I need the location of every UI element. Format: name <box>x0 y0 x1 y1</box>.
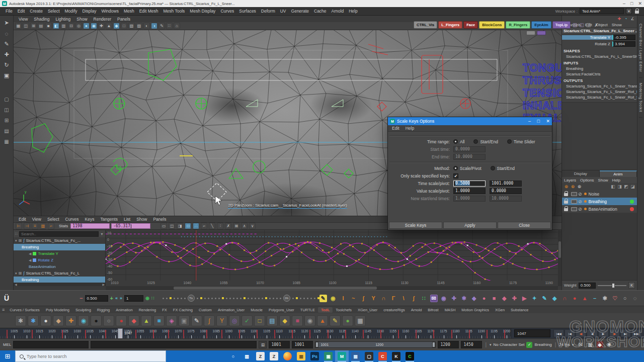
layer-move-3-icon[interactable]: ◪ <box>630 184 635 190</box>
anim-start-field[interactable]: 1001 <box>269 341 290 348</box>
graph-horizontal-scrollbar[interactable] <box>106 286 558 290</box>
menu-show[interactable]: Show <box>610 23 624 27</box>
shelf-icon-27[interactable]: ▦ <box>355 315 366 326</box>
move-tool[interactable]: ✚ <box>2 50 12 59</box>
menu-display[interactable]: Display <box>80 8 99 14</box>
shelf-tab-muscle[interactable]: Muscle <box>248 307 266 313</box>
shelf-icon-1[interactable]: ✱ <box>28 315 39 326</box>
menu-renderer[interactable]: Renderer <box>91 17 114 22</box>
control-curve-circle-bottom[interactable] <box>253 161 265 173</box>
shelf-tab-polygons-user[interactable]: Polygons_User <box>266 307 297 313</box>
layout-preset-3[interactable]: ▤ <box>2 126 12 136</box>
graph-tool-4-icon[interactable]: ⌐ <box>48 223 54 229</box>
stats-value-field[interactable]: -65.317 <box>111 223 150 229</box>
time-range-option-time-slider[interactable]: Time Slider <box>507 139 535 144</box>
shelf-icon-22[interactable]: ■ <box>292 315 303 326</box>
viewport-toolbar-4-icon[interactable]: ■ <box>45 23 52 29</box>
node-sicariusrig-sicarius-fc-l-sneer-rot-s[interactable]: Sicariusrig_Sicarius_Fc_L_Sneer_Rot_S... <box>562 95 637 100</box>
menu-lighting[interactable]: Lighting <box>52 17 73 22</box>
viewport-toolbar-1-icon[interactable]: ◫ <box>23 23 29 29</box>
tab-channel-box-layer-editor[interactable]: Channel Box / Layer Editor <box>639 19 642 78</box>
fps-selector[interactable]: 24 fps <box>559 342 570 347</box>
shelf-tab-mash[interactable]: MASH <box>442 307 459 313</box>
chevron-down-icon[interactable]: ▾ <box>490 343 492 347</box>
layer-box-icon[interactable] <box>571 207 577 211</box>
anim-toolbar-30-icon[interactable]: ○ <box>621 295 629 302</box>
weight-slider-handle[interactable] <box>612 283 615 288</box>
layout-preset-4[interactable]: ▦ <box>2 137 12 146</box>
shelf-icon-0[interactable]: ✱ <box>15 315 26 326</box>
graph-tool-r-2-icon[interactable]: ◨ <box>177 223 183 229</box>
rotate-tool[interactable]: ↻ <box>2 60 12 70</box>
viewport-toolbar-6-icon[interactable]: ▥ <box>60 23 67 29</box>
viewport-toolbar-0-icon[interactable]: ▦ <box>15 23 22 29</box>
menu-create[interactable]: Create <box>27 8 45 14</box>
time-slider-track[interactable]: 1005101010151020102510301035104010451050… <box>0 328 511 339</box>
control-chip-grey[interactable] <box>526 31 535 35</box>
graph-tool-r-5-icon[interactable]: ⌐ <box>201 223 207 229</box>
grid-dots-icon[interactable]: ∷ <box>151 296 154 301</box>
menu-arnold[interactable]: Arnold <box>329 8 347 14</box>
increment-button[interactable]: + <box>110 295 113 301</box>
dialog-close-button[interactable]: ✕ <box>546 119 550 124</box>
go-to-start-button[interactable]: |◀◀ <box>553 329 564 337</box>
current-anim-layer[interactable]: Breathing <box>534 342 551 347</box>
anim-toolbar-18-icon[interactable]: ◆ <box>501 295 508 302</box>
shelf-icon-20[interactable]: ▤ <box>267 315 278 326</box>
menu-view[interactable]: View <box>16 17 31 22</box>
taskbar-cortana[interactable]: ○ <box>226 350 240 362</box>
anim-toolbar-25-icon[interactable]: ● <box>571 295 579 302</box>
close-icon[interactable]: ✗ <box>594 23 598 28</box>
menu-keys[interactable]: Keys <box>82 217 98 222</box>
viewport-toolbar-9-icon[interactable]: ● <box>83 23 90 29</box>
menu-tangents[interactable]: Tangents <box>97 217 121 222</box>
shelf-tab-motion-graphics[interactable]: Motion Graphics <box>458 307 492 313</box>
paint-select-tool[interactable]: ✎ <box>2 39 12 49</box>
minimize-button[interactable]: – <box>623 1 625 6</box>
anim-toolbar-17-icon[interactable]: ■ <box>491 295 498 302</box>
layer-row-baseanimation[interactable]: ⊘BaseAnimation <box>562 205 637 213</box>
viewport-panel-icon-2[interactable]: ◫ <box>586 22 591 28</box>
shelf-icon-4[interactable]: ✚ <box>65 315 76 326</box>
panel-corner-2-icon[interactable]: ∠ <box>630 16 635 21</box>
menu-view[interactable]: View <box>29 217 44 222</box>
scrub-badge-1[interactable]: Tls <box>188 295 195 302</box>
shelf-icon-24[interactable]: ▲ <box>317 315 328 326</box>
shelf-tab-curves-surfaces[interactable]: Curves / Surfaces <box>7 307 43 313</box>
tab-modeling-toolkit[interactable]: Modeling Toolkit <box>639 78 642 118</box>
viewport-toolbar-8-icon[interactable]: ◎ <box>75 23 82 29</box>
menu-file[interactable]: File <box>3 8 15 14</box>
anim-toolbar-2-icon[interactable]: I <box>340 295 347 302</box>
channel-value-translate-y[interactable]: -0.395 <box>612 35 635 40</box>
layer-mute-icon[interactable]: ⊘ <box>578 207 582 212</box>
node-breathing[interactable]: Breathing <box>562 66 637 71</box>
search-input[interactable] <box>27 354 162 359</box>
shelf-icon-21[interactable]: ◆ <box>279 315 290 326</box>
viewport-toolbar-15-icon[interactable]: ▧ <box>128 23 135 29</box>
panel-corner-1-icon[interactable]: ◔ <box>623 16 628 21</box>
node-sicarius-facialctrls[interactable]: Sicarius:FacialCtrls <box>562 71 637 77</box>
menu-uv[interactable]: UV <box>278 8 289 14</box>
chevron-down-icon[interactable]: ▼ <box>626 8 632 14</box>
shelf-icon-9[interactable]: ◆ <box>128 315 139 326</box>
menu-help[interactable]: Help <box>610 178 622 183</box>
outliner-sicarius-ctrl-sicarius-fc-l[interactable]: ▾⊞∫Sicarius:CTRL_Sicarius_Fc_L <box>14 270 105 277</box>
menu-help[interactable]: Help <box>346 8 360 14</box>
shelf-tab-xgen[interactable]: XGen <box>492 307 508 313</box>
node-sicariusrig-sicarius-fc-l-sneer-trans[interactable]: Sicariusrig_Sicarius_Fc_L_Sneer_Trans... <box>562 83 637 89</box>
scrub-strip[interactable]: Tls0% <box>163 295 313 302</box>
taskbar-app-window-1[interactable]: Z <box>254 350 267 362</box>
graph-tool-r-7-icon[interactable]: ∶ <box>217 223 223 229</box>
taskbar-photos[interactable]: ▦ <box>349 350 362 362</box>
taskbar-app-window-2[interactable]: Z <box>267 350 281 362</box>
anim-toolbar-13-icon[interactable]: ✚ <box>450 295 458 302</box>
anim-toolbar-29-icon[interactable]: ♡ <box>611 295 619 302</box>
layer-add-2-icon[interactable]: ⊕ <box>577 184 582 190</box>
step-back-frame-button[interactable]: |◀ <box>565 329 575 337</box>
weight-key-button[interactable]: K <box>628 282 635 289</box>
shelf-icon-23[interactable]: ◉ <box>304 315 315 326</box>
taskbar-task-view[interactable]: ▥ <box>240 350 254 362</box>
taskbar-app-c-red[interactable]: C <box>376 350 389 362</box>
shelf-icon-5[interactable]: ◉ <box>78 315 89 326</box>
layer-row-breathing[interactable]: ⊘Breathing <box>562 198 637 205</box>
